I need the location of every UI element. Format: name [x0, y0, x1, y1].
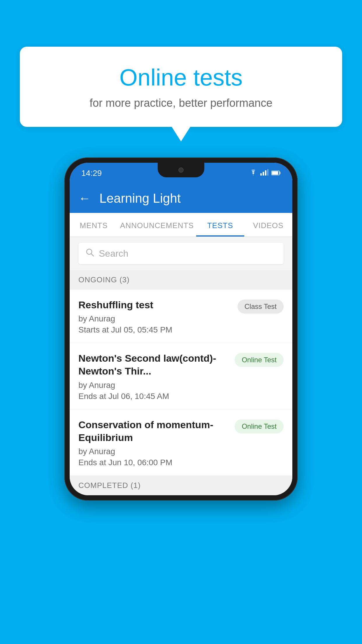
- tab-videos[interactable]: VIDEOS: [244, 213, 292, 237]
- test-title-2: Newton's Second law(contd)-Newton's Thir…: [78, 352, 229, 377]
- phone-frame: 14:29: [64, 158, 298, 501]
- search-input-wrap[interactable]: Search: [78, 243, 284, 264]
- test-date-2: Ends at Jul 06, 10:45 AM: [78, 392, 229, 401]
- completed-section-header: COMPLETED (1): [70, 476, 292, 495]
- test-date-3: Ends at Jun 10, 06:00 PM: [78, 458, 229, 467]
- back-button[interactable]: ←: [78, 191, 91, 205]
- search-bar: Search: [70, 237, 292, 270]
- test-author-2: by Anurag: [78, 381, 229, 390]
- tabs-bar: MENTS ANNOUNCEMENTS TESTS VIDEOS: [70, 213, 292, 237]
- wifi-icon: [249, 169, 257, 177]
- bubble-title: Online tests: [31, 64, 331, 91]
- bubble-subtitle: for more practice, better performance: [31, 97, 331, 109]
- test-badge-2: Online Test: [235, 353, 284, 367]
- svg-rect-3: [267, 169, 268, 176]
- svg-rect-1: [263, 172, 264, 176]
- tab-tests[interactable]: TESTS: [196, 213, 244, 237]
- test-title-1: Reshuffling test: [78, 298, 232, 311]
- status-bar: 14:29: [70, 163, 292, 184]
- app-bar-title: Learning Light: [99, 191, 181, 206]
- test-item-2[interactable]: Newton's Second law(contd)-Newton's Thir…: [70, 343, 292, 409]
- test-item-1[interactable]: Reshuffling test by Anurag Starts at Jul…: [70, 290, 292, 343]
- test-item-3[interactable]: Conservation of momentum-Equilibrium by …: [70, 410, 292, 476]
- signal-icon: [260, 169, 268, 177]
- speech-bubble: Online tests for more practice, better p…: [20, 47, 342, 127]
- status-time: 14:29: [81, 169, 102, 178]
- ongoing-section-header: ONGOING (3): [70, 270, 292, 290]
- phone-screen: 14:29: [70, 163, 292, 495]
- test-date-1: Starts at Jul 05, 05:45 PM: [78, 325, 232, 335]
- status-icons: [249, 169, 281, 177]
- svg-line-8: [91, 254, 94, 256]
- camera-dot: [178, 167, 184, 173]
- test-info-3: Conservation of momentum-Equilibrium by …: [78, 418, 235, 467]
- test-badge-1: Class Test: [238, 300, 284, 314]
- test-badge-3: Online Test: [235, 419, 284, 433]
- test-info-2: Newton's Second law(contd)-Newton's Thir…: [78, 352, 235, 401]
- test-title-3: Conservation of momentum-Equilibrium: [78, 418, 229, 444]
- svg-rect-2: [265, 170, 266, 176]
- battery-icon: [271, 169, 281, 177]
- app-bar: ← Learning Light: [70, 184, 292, 213]
- phone-frame-container: 14:29: [64, 158, 298, 501]
- test-info-1: Reshuffling test by Anurag Starts at Jul…: [78, 298, 238, 335]
- speech-bubble-container: Online tests for more practice, better p…: [20, 47, 342, 127]
- svg-rect-5: [272, 172, 278, 175]
- test-author-1: by Anurag: [78, 314, 232, 323]
- search-input[interactable]: Search: [99, 248, 128, 259]
- svg-rect-6: [280, 172, 280, 174]
- tab-ments[interactable]: MENTS: [70, 213, 118, 237]
- tab-announcements[interactable]: ANNOUNCEMENTS: [118, 213, 196, 237]
- test-author-3: by Anurag: [78, 447, 229, 456]
- search-icon: [85, 248, 94, 259]
- svg-rect-0: [260, 173, 262, 176]
- notch: [158, 163, 204, 177]
